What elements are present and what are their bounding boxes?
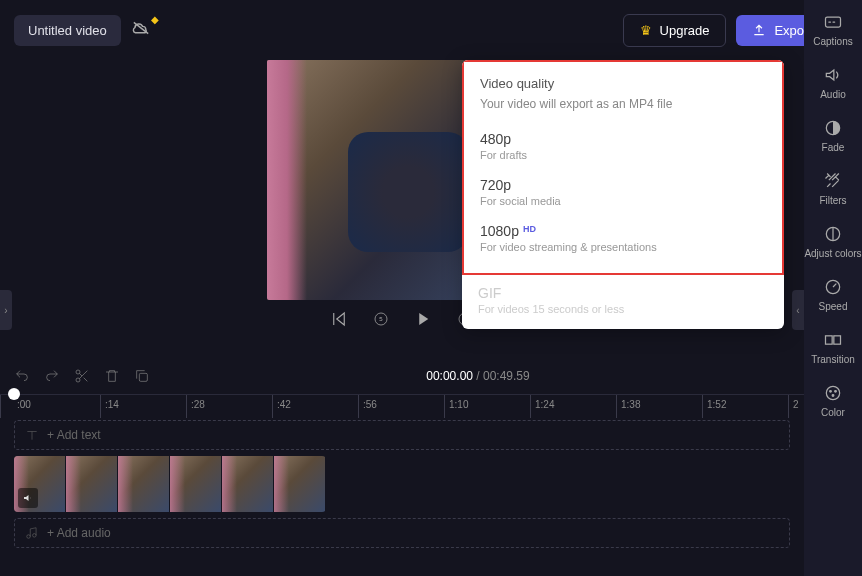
timeline-ruler[interactable]: :00 :14 :28 :42 :56 1:10 1:24 1:38 1:52 … bbox=[0, 394, 804, 418]
svg-point-8 bbox=[830, 391, 832, 393]
quality-option-gif[interactable]: GIF For videos 15 seconds or less bbox=[462, 275, 784, 329]
project-title[interactable]: Untitled video bbox=[14, 15, 121, 46]
quality-option-1080p[interactable]: 1080pHD For video streaming & presentati… bbox=[480, 217, 766, 263]
audio-icon bbox=[823, 65, 843, 85]
svg-rect-5 bbox=[825, 336, 832, 344]
svg-point-9 bbox=[835, 391, 837, 393]
ruler-tick: 1:38 bbox=[616, 395, 702, 418]
ruler-tick: :14 bbox=[100, 395, 186, 418]
sidebar-item-adjust-colors[interactable]: Adjust colors bbox=[804, 224, 861, 259]
add-text-track[interactable]: + Add text bbox=[14, 420, 790, 450]
captions-icon bbox=[823, 12, 843, 32]
sidebar-item-audio[interactable]: Audio bbox=[820, 65, 846, 100]
left-panel-toggle[interactable]: › bbox=[0, 290, 12, 330]
rewind-5-icon[interactable]: 5 bbox=[372, 310, 390, 328]
upgrade-button[interactable]: ♛ Upgrade bbox=[623, 14, 727, 47]
svg-rect-17 bbox=[139, 373, 147, 381]
timeline-toolbar: 00:00.00 / 00:49.59 bbox=[0, 358, 804, 394]
svg-rect-6 bbox=[834, 336, 841, 344]
quality-option-720p[interactable]: 720p For social media bbox=[480, 171, 766, 217]
sidebar-item-fade[interactable]: Fade bbox=[822, 118, 845, 153]
crown-icon: ♛ bbox=[640, 23, 652, 38]
cloud-sync-off-icon[interactable]: ◆ bbox=[131, 20, 151, 41]
skip-back-icon[interactable] bbox=[330, 310, 348, 328]
playback-controls: 5 5 bbox=[330, 310, 474, 328]
play-icon[interactable] bbox=[414, 310, 432, 328]
svg-point-15 bbox=[76, 370, 80, 374]
ruler-tick: 1:24 bbox=[530, 395, 616, 418]
transition-icon bbox=[823, 330, 843, 350]
music-icon bbox=[25, 526, 39, 540]
timeline-tracks: + Add text + Add audio bbox=[14, 420, 790, 554]
text-icon bbox=[25, 428, 39, 442]
ruler-tick: :56 bbox=[358, 395, 444, 418]
filters-icon bbox=[823, 171, 843, 191]
trash-icon[interactable] bbox=[104, 368, 120, 384]
playhead[interactable] bbox=[8, 388, 20, 400]
sidebar-item-speed[interactable]: Speed bbox=[819, 277, 848, 312]
clip-audio-icon bbox=[18, 488, 38, 508]
sidebar-item-transition[interactable]: Transition bbox=[811, 330, 855, 365]
duplicate-icon[interactable] bbox=[134, 368, 150, 384]
export-quality-dropdown: Video quality Your video will export as … bbox=[462, 60, 784, 329]
top-bar: Untitled video ◆ ♛ Upgrade Export bbox=[0, 0, 862, 60]
ruler-tick: 2 bbox=[788, 395, 862, 418]
upload-icon bbox=[752, 23, 766, 37]
quality-option-480p[interactable]: 480p For drafts bbox=[480, 125, 766, 171]
timecode: 00:00.00 / 00:49.59 bbox=[426, 369, 529, 383]
svg-text:5: 5 bbox=[379, 316, 383, 322]
ruler-tick: :28 bbox=[186, 395, 272, 418]
ruler-tick: :42 bbox=[272, 395, 358, 418]
adjust-colors-icon bbox=[823, 224, 843, 244]
right-sidebar: Captions Audio Fade Filters Adjust color… bbox=[804, 0, 862, 576]
scissors-icon[interactable] bbox=[74, 368, 90, 384]
video-clip-track[interactable] bbox=[14, 456, 326, 512]
dropdown-title: Video quality bbox=[480, 76, 766, 91]
right-panel-toggle[interactable]: ‹ bbox=[792, 290, 804, 330]
sidebar-item-captions[interactable]: Captions bbox=[813, 12, 852, 47]
add-audio-track[interactable]: + Add audio bbox=[14, 518, 790, 548]
svg-point-16 bbox=[76, 378, 80, 382]
sidebar-item-filters[interactable]: Filters bbox=[819, 171, 846, 206]
fade-icon bbox=[823, 118, 843, 138]
ruler-tick: 1:52 bbox=[702, 395, 788, 418]
undo-icon[interactable] bbox=[14, 368, 30, 384]
speed-icon bbox=[823, 277, 843, 297]
ruler-tick: 1:10 bbox=[444, 395, 530, 418]
redo-icon[interactable] bbox=[44, 368, 60, 384]
dropdown-subtitle: Your video will export as an MP4 file bbox=[480, 97, 766, 111]
